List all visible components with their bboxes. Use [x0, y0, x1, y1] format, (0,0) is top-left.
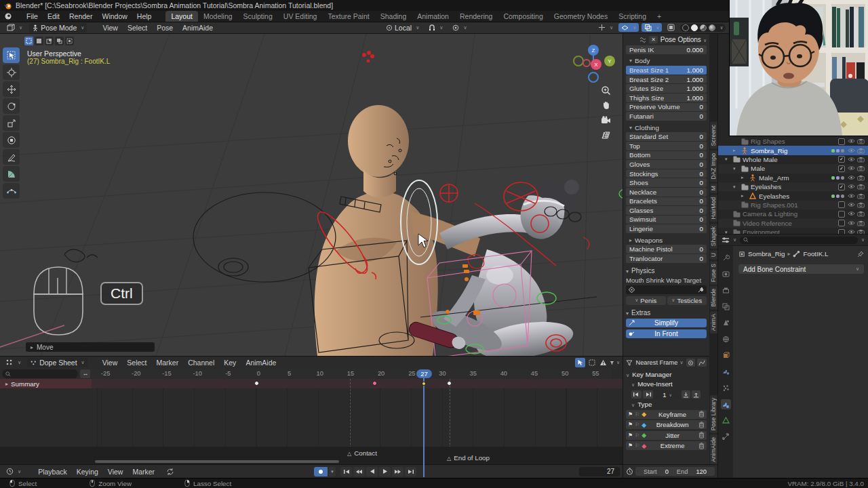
workspace-tab[interactable]: Sculpting	[238, 11, 278, 22]
timeline-marker[interactable]: Contact	[347, 449, 377, 457]
gizmo-toggle[interactable]	[595, 23, 616, 32]
only-selected-toggle[interactable]	[575, 358, 585, 367]
sidebar-tab[interactable]: U	[710, 250, 717, 260]
hide-eye-icon[interactable]	[848, 193, 855, 199]
viewport-menu-item[interactable]: AnimAide	[178, 23, 218, 33]
collection-checkbox[interactable]	[838, 201, 845, 208]
jump-to-start-button[interactable]	[340, 467, 352, 476]
key-panel-tab[interactable]: AnimAide	[710, 434, 717, 465]
ghost-frames-toggle[interactable]	[587, 358, 597, 367]
viewport-menu-item[interactable]: View	[98, 23, 123, 33]
keyframe-type-row[interactable]: ⚑ ⚐ ◆ Keyframe	[626, 410, 707, 419]
hide-eye-icon[interactable]	[848, 157, 855, 162]
playhead[interactable]	[423, 378, 425, 477]
property-row[interactable]: Swimsuit 0	[626, 216, 707, 224]
collection-checkbox[interactable]	[838, 184, 845, 190]
camera-view-icon[interactable]	[601, 115, 611, 125]
type-section[interactable]: Type	[631, 401, 707, 408]
hide-eye-icon[interactable]	[848, 211, 855, 216]
property-row[interactable]: Clothing	[626, 123, 707, 132]
timeline-ruler[interactable]: -25-20-15-10-50510152025303540455055	[90, 369, 611, 380]
frame-range-fields[interactable]: Start 0 End 120	[635, 467, 715, 476]
outliner-row[interactable]: Male_Arm	[718, 174, 868, 182]
property-row[interactable]: Lingerie 0	[626, 224, 707, 233]
workspace-tab[interactable]: Texture Paint	[322, 11, 374, 22]
viewport-3d[interactable]: User Perspective (27) Sombra_Rig : FootI…	[0, 34, 623, 356]
properties-editor-icon[interactable]	[722, 237, 730, 244]
hide-eye-icon[interactable]	[848, 229, 855, 234]
flag-off-icon[interactable]: ⚐	[635, 443, 639, 449]
annotate-tool-button[interactable]	[3, 149, 20, 165]
property-row[interactable]: Machine Pistol 0	[626, 245, 707, 253]
tab-render[interactable]	[721, 269, 731, 279]
summary-channel[interactable]: Summary	[0, 379, 92, 388]
tab-tool[interactable]	[721, 253, 731, 263]
auto-key-dropdown[interactable]: ▼	[329, 467, 336, 476]
property-row[interactable]: Body	[626, 57, 707, 66]
sidebar-tab[interactable]: AnimA	[710, 311, 717, 333]
property-row[interactable]: Shoes 0	[626, 178, 707, 187]
flag-off-icon[interactable]: ⚐	[635, 432, 639, 439]
disclosure-icon[interactable]	[741, 193, 747, 199]
orientation-dropdown[interactable]: Local	[383, 23, 422, 33]
select-tool-button[interactable]	[3, 47, 20, 63]
jump-to-end-button[interactable]	[405, 467, 416, 476]
keyframe-dot[interactable]	[447, 381, 452, 386]
property-row[interactable]: Glasses 0	[626, 206, 707, 215]
breadcrumb-object[interactable]: Sombra_Rig	[748, 250, 785, 258]
collection-checkbox[interactable]	[838, 165, 845, 172]
workspace-tab[interactable]: Shading	[375, 11, 412, 22]
collection-checkbox[interactable]	[838, 229, 845, 234]
tab-object-data[interactable]	[721, 415, 731, 426]
select-intersect-button[interactable]	[65, 37, 74, 45]
property-row[interactable]: Tranlocator 0	[626, 254, 707, 263]
viewport-scene[interactable]	[0, 34, 623, 356]
menu-item[interactable]: File	[22, 12, 43, 21]
female-figure[interactable]	[427, 180, 579, 356]
tab-scene[interactable]	[721, 318, 731, 328]
penis-toggle[interactable]: Penis	[626, 296, 666, 305]
panel-title-dropdown[interactable]: Pose Options	[660, 36, 707, 43]
dope-menu-item[interactable]: AnimAide	[241, 358, 281, 367]
easing-curve-button[interactable]	[697, 359, 707, 367]
pan-hand-icon[interactable]	[601, 100, 611, 110]
dope-mode-dropdown[interactable]: Dope Sheet	[27, 358, 87, 367]
property-row[interactable]: Bottom 0	[626, 151, 707, 160]
invert-filter-button[interactable]	[80, 369, 91, 378]
playbar-menu-item[interactable]: Marker	[127, 467, 159, 476]
operator-panel[interactable]: Move	[26, 342, 155, 352]
tab-world[interactable]	[721, 334, 731, 344]
channel-search-input[interactable]	[2, 369, 78, 378]
render-camera-icon[interactable]	[857, 165, 865, 171]
tab-object[interactable]	[721, 350, 731, 361]
render-camera-icon[interactable]	[857, 175, 865, 181]
render-camera-icon[interactable]	[857, 229, 865, 234]
select-circle-button[interactable]	[45, 37, 54, 45]
xray-toggle[interactable]	[642, 23, 662, 32]
outliner-row[interactable]: Whole Male	[718, 155, 868, 164]
outliner-row[interactable]: Eyelashes	[718, 182, 868, 191]
navigation-gizmo[interactable]: Z X Y	[572, 42, 615, 83]
outliner-row[interactable]: Video Reference	[718, 219, 868, 228]
select-lasso-button[interactable]	[55, 37, 64, 45]
proportional-toggle[interactable]	[686, 359, 695, 367]
keyframe-dot[interactable]	[422, 382, 426, 386]
disclosure-icon[interactable]	[733, 166, 738, 171]
hide-eye-icon[interactable]	[848, 148, 855, 153]
disclosure-icon[interactable]	[733, 184, 738, 190]
property-row[interactable]: Penis IK 0.000	[626, 45, 707, 54]
tab-output[interactable]	[721, 285, 731, 296]
properties-search-input[interactable]	[740, 237, 858, 244]
delete-icon[interactable]	[698, 432, 705, 439]
in-front-button[interactable]: In Front	[626, 329, 707, 338]
insert-key-up-button[interactable]	[692, 390, 701, 399]
pin-icon[interactable]	[857, 251, 864, 258]
keyframe-type-row[interactable]: ⚑ ⚐ ◆ Breakdown	[626, 420, 707, 429]
outliner-row[interactable]: Male	[718, 164, 868, 173]
delete-icon[interactable]	[698, 443, 705, 449]
horizontal-scrollbar[interactable]	[95, 460, 339, 463]
start-value[interactable]: 0	[665, 468, 669, 475]
property-row[interactable]: Thighs Size 1.000	[626, 94, 707, 102]
scale-tool-button[interactable]	[3, 115, 20, 131]
workspace-tab[interactable]: +	[652, 11, 667, 22]
